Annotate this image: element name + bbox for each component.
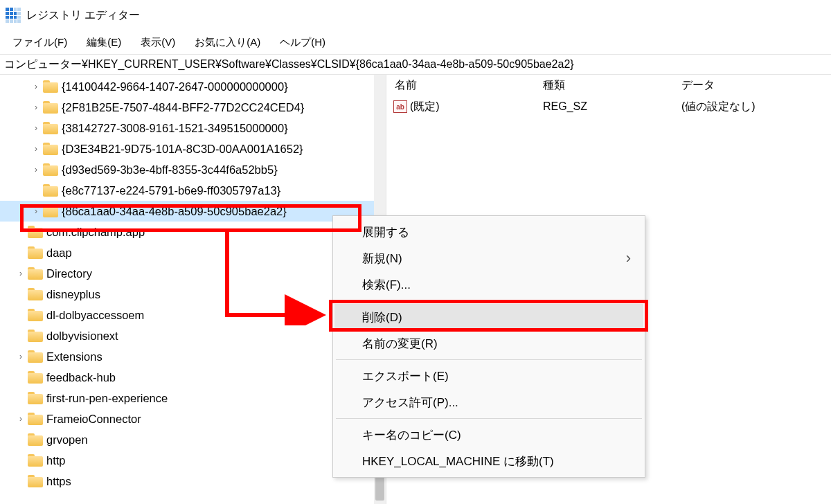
menu-favorites[interactable]: お気に入り(A) — [185, 33, 270, 53]
titlebar: レジストリ エディター — [0, 0, 831, 30]
chevron-right-icon[interactable]: › — [15, 413, 26, 424]
tree-item-label: feedback-hub — [46, 371, 116, 384]
folder-icon — [28, 392, 43, 404]
tree-item[interactable]: ›Extensions — [0, 346, 386, 367]
tree-item-label: Extensions — [46, 350, 102, 363]
tree-item-label: https — [46, 475, 71, 488]
tree-item[interactable]: ›{d93ed569-3b3e-4bff-8355-3c44f6a52bb5} — [0, 159, 386, 180]
tree-item-label: grvopen — [46, 433, 88, 447]
tree-item[interactable]: ›http — [0, 450, 386, 471]
chevron-right-icon[interactable]: › — [30, 164, 42, 175]
app-icon — [6, 8, 21, 23]
header-type[interactable]: 種類 — [543, 78, 681, 93]
folder-icon — [28, 371, 43, 384]
tree-item[interactable]: ›com.clipchamp.app — [0, 222, 386, 242]
tree-item[interactable]: ›first-run-pen-experience — [0, 388, 386, 408]
tree-item-label: com.clipchamp.app — [46, 226, 145, 239]
folder-icon — [43, 143, 58, 155]
folder-icon — [28, 267, 43, 280]
cm-move-to-hklm[interactable]: HKEY_LOCAL_MACHINE に移動(T) — [334, 448, 643, 474]
tree-item-label: {86ca1aa0-34aa-4e8b-a509-50c905bae2a2} — [62, 205, 287, 218]
context-menu: 展開する 新規(N) 検索(F)... 削除(D) 名前の変更(R) エクスポー… — [332, 215, 645, 478]
tree-item[interactable]: ›{86ca1aa0-34aa-4e8b-a509-50c905bae2a2} — [0, 201, 386, 222]
address-text: コンピューター¥HKEY_CURRENT_USER¥Software¥Class… — [4, 57, 574, 72]
chevron-right-icon[interactable]: › — [30, 143, 42, 154]
cm-delete[interactable]: 削除(D) — [334, 304, 643, 330]
tree-item[interactable]: ›{D3E34B21-9D75-101A-8C3D-00AA001A1652} — [0, 138, 386, 159]
chevron-right-icon[interactable]: › — [30, 123, 42, 134]
tree-item[interactable]: ›dolbyvisionext — [0, 325, 386, 346]
chevron-right-icon[interactable]: › — [30, 81, 42, 92]
cm-permissions[interactable]: アクセス許可(P)... — [334, 389, 643, 415]
header-data[interactable]: データ — [681, 78, 827, 93]
chevron-right-icon[interactable]: › — [15, 268, 26, 279]
folder-icon — [28, 309, 43, 321]
tree-item[interactable]: ›{2F81B25E-7507-4844-BFF2-77D2CC24CED4} — [0, 97, 386, 118]
tree-item-label: {d93ed569-3b3e-4bff-8355-3c44f6a52bb5} — [62, 163, 278, 177]
folder-icon — [43, 80, 58, 93]
tree-item[interactable]: ›Directory — [0, 263, 386, 284]
tree-item[interactable]: ›disneyplus — [0, 284, 386, 305]
tree-item[interactable]: ›dl-dolbyaccessoem — [0, 305, 386, 325]
folder-icon — [28, 330, 43, 342]
list-header: 名前 種類 データ — [386, 75, 831, 96]
window-title: レジストリ エディター — [26, 8, 140, 23]
header-name[interactable]: 名前 — [391, 78, 543, 93]
chevron-right-icon[interactable]: › — [30, 206, 42, 217]
cm-separator — [336, 418, 642, 419]
tree-item-label: {e8c77137-e224-5791-b6e9-ff0305797a13} — [62, 184, 280, 197]
folder-icon — [43, 122, 58, 134]
folder-icon — [28, 246, 43, 259]
value-data: (値の設定なし) — [681, 100, 827, 114]
menubar: ファイル(F) 編集(E) 表示(V) お気に入り(A) ヘルプ(H) — [0, 30, 831, 54]
tree-item-label: dolbyvisionext — [46, 330, 118, 343]
tree-item[interactable]: ›{e8c77137-e224-5791-b6e9-ff0305797a13} — [0, 180, 386, 201]
folder-icon — [28, 226, 43, 238]
folder-icon — [43, 184, 58, 197]
cm-separator — [336, 359, 642, 360]
tree-pane: ›{14100442-9664-1407-2647-000000000000}›… — [0, 75, 386, 504]
tree-item-label: {2F81B25E-7507-4844-BFF2-77D2CC24CED4} — [62, 101, 304, 114]
scrollbar-thumb[interactable] — [375, 476, 384, 501]
cm-find[interactable]: 検索(F)... — [334, 271, 643, 298]
folder-icon — [28, 433, 43, 446]
tree-item-label: daap — [46, 246, 72, 260]
cm-copy-key-name[interactable]: キー名のコピー(C) — [334, 422, 643, 448]
folder-icon — [28, 475, 43, 487]
folder-icon — [43, 205, 58, 217]
tree-item[interactable]: ›{14100442-9664-1407-2647-000000000000} — [0, 76, 386, 97]
tree-item-label: {D3E34B21-9D75-101A-8C3D-00AA001A1652} — [62, 143, 303, 156]
list-row[interactable]: ab (既定) REG_SZ (値の設定なし) — [386, 96, 831, 118]
value-name: (既定) — [410, 100, 440, 114]
menu-help[interactable]: ヘルプ(H) — [270, 33, 335, 53]
value-type: REG_SZ — [543, 100, 681, 113]
address-bar[interactable]: コンピューター¥HKEY_CURRENT_USER¥Software¥Class… — [0, 54, 831, 75]
tree-item-label: {14100442-9664-1407-2647-000000000000} — [62, 80, 288, 93]
tree-item[interactable]: ›{38142727-3008-9161-1521-349515000000} — [0, 118, 386, 138]
tree-item[interactable]: ›daap — [0, 242, 386, 263]
chevron-right-icon[interactable]: › — [30, 102, 42, 113]
menu-edit[interactable]: 編集(E) — [77, 33, 131, 53]
menu-file[interactable]: ファイル(F) — [3, 33, 77, 53]
tree-item[interactable]: ›https — [0, 471, 386, 492]
menu-view[interactable]: 表示(V) — [131, 33, 185, 53]
cm-separator — [336, 300, 642, 301]
tree-item-label: {38142727-3008-9161-1521-349515000000} — [62, 122, 288, 135]
main-split: ›{14100442-9664-1407-2647-000000000000}›… — [0, 75, 831, 504]
tree-item[interactable]: ›FrameioConnector — [0, 408, 386, 429]
cm-rename[interactable]: 名前の変更(R) — [334, 330, 643, 357]
cm-export[interactable]: エクスポート(E) — [334, 363, 643, 389]
tree-item[interactable]: ›grvopen — [0, 429, 386, 450]
cm-new[interactable]: 新規(N) — [334, 245, 643, 271]
tree-item-label: Directory — [46, 267, 92, 280]
folder-icon — [43, 101, 58, 114]
folder-icon — [28, 288, 43, 300]
cm-expand[interactable]: 展開する — [334, 219, 643, 245]
folder-icon — [28, 350, 43, 363]
tree-item-label: disneyplus — [46, 288, 100, 301]
chevron-right-icon[interactable]: › — [15, 351, 26, 362]
tree-item-label: dl-dolbyaccessoem — [46, 309, 144, 322]
tree-item-label: first-run-pen-experience — [46, 392, 168, 405]
tree-item[interactable]: ›feedback-hub — [0, 367, 386, 388]
tree-item-label: FrameioConnector — [46, 413, 141, 426]
